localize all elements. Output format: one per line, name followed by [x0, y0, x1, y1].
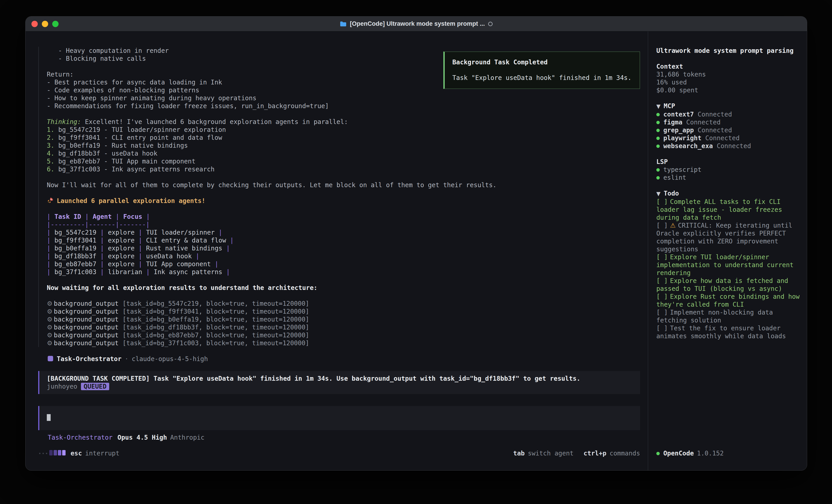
folder-icon: [340, 21, 346, 27]
prompt-input[interactable]: [38, 406, 640, 430]
status-dot-icon: [656, 113, 660, 116]
toast-title: Background Task Completed: [452, 58, 631, 66]
close-window-button[interactable]: [31, 21, 38, 27]
gear-icon: ⚙: [47, 316, 52, 323]
app-version-footer: OpenCode1.0.152: [656, 449, 724, 457]
lsp-item: eslint: [656, 174, 802, 181]
background-task-completed-message: [BACKGROUND TASK COMPLETED] Task "Explor…: [38, 371, 640, 394]
context-used: 16% used: [656, 78, 802, 86]
waiting-heading: Now waiting for all exploration results …: [47, 284, 640, 292]
tool-call-line: ⚙background_output[task_id=bg_df18bb3f, …: [47, 324, 640, 331]
todo-item: [ ]⚠CRITICAL: Keep iterating until Oracl…: [656, 222, 802, 253]
terminal-line: - How to keep spinner animating during h…: [47, 94, 640, 102]
mcp-item: websearch_exaConnected: [656, 142, 802, 150]
status-dot-icon: [656, 121, 660, 124]
esc-key-hint: esc: [71, 449, 82, 457]
gear-icon: ⚙: [47, 324, 52, 331]
agent-list-item: 5.bg_eb87ebb7 - TUI App main component: [47, 158, 640, 165]
mcp-item: figmaConnected: [656, 118, 802, 126]
mcp-item: playwrightConnected: [656, 134, 802, 142]
agent-list-item: 6.bg_37f1c003 - Ink async patterns resea…: [47, 165, 640, 173]
window-title-group: [OpenCode] Ultrawork mode system prompt …: [340, 20, 492, 27]
thinking-text: Excellent! I've launched 6 background ex…: [85, 118, 348, 125]
status-dot-icon: [656, 129, 660, 132]
gear-icon: ⚙: [47, 308, 52, 315]
sidebar: Ultrawork mode system prompt parsing Con…: [648, 31, 807, 470]
tab-key-hint: tabswitch agent: [513, 449, 574, 457]
gear-icon: ⚙: [47, 339, 52, 347]
blank-line: [38, 347, 640, 355]
table-row: |bg_b0effa19|explore|Rust native binding…: [47, 244, 640, 252]
traffic-lights: [31, 17, 58, 31]
status-right: tabswitch agent ctrl+pcommands: [503, 449, 640, 457]
mcp-item: context7Connected: [656, 110, 802, 118]
lsp-section-header[interactable]: LSP: [656, 158, 802, 166]
todo-section-header[interactable]: ▼Todo: [656, 190, 802, 198]
tool-call-line: ⚙background_output[task_id=bg_5547c219, …: [47, 300, 640, 308]
tool-call-line: ⚙background_output[task_id=bg_37f1c003, …: [47, 339, 640, 347]
agent-list-item: 1.bg_5547c219 - TUI loader/spinner explo…: [47, 126, 640, 134]
tool-call-line: ⚙background_output[task_id=bg_eb87ebb7, …: [47, 331, 640, 339]
zoom-window-button[interactable]: [52, 21, 58, 27]
text-cursor-icon: [47, 414, 51, 421]
agent-footer: Task-OrchestratorOpus 4.5 HighAnthropic: [38, 433, 640, 442]
rocket-icon: [47, 197, 54, 206]
todo-item: [ ]Explore Rust core bindings and how th…: [656, 292, 802, 308]
toast-body: Task "Explore useData hook" finished in …: [452, 74, 631, 82]
tool-call-line: ⚙background_output[task_id=bg_b0effa19, …: [47, 315, 640, 324]
table-row: |bg_37f1c003|librarian|Ink async pattern…: [47, 268, 640, 276]
table-row: |bg_5547c219|explore|TUI loader/spinner|: [47, 228, 640, 236]
todo-item: [ ]Explore TUI loader/spinner implementa…: [656, 253, 802, 277]
context-heading: Context: [656, 62, 802, 71]
commands-key-hint: ctrl+pcommands: [583, 449, 640, 457]
blank-line: [47, 276, 640, 284]
status-left: escinterrupt: [39, 449, 120, 457]
mcp-item: grep_appConnected: [656, 126, 802, 134]
lsp-item: typescript: [656, 166, 802, 174]
activity-spinner-icon: [49, 449, 67, 457]
gear-icon: ⚙: [47, 300, 52, 307]
gear-icon: ⚙: [47, 332, 52, 339]
agent-header: Task-Orchestrator·claude-opus-4-5-high: [38, 355, 640, 363]
terminal-line: - Recommendations for fixing loader free…: [47, 102, 640, 110]
desktop-background: [OpenCode] Ultrawork mode system prompt …: [0, 0, 832, 504]
completed-meta: junhoyeoQUEUED: [47, 383, 640, 390]
agent-list-item: 3.bg_b0effa19 - Rust native bindings: [47, 142, 640, 149]
warning-icon: ⚠: [670, 222, 676, 229]
wait-text: Now I'll wait for all of them to complet…: [47, 181, 640, 189]
assistant-message: - Heavy computation in render - Blocking…: [38, 47, 640, 347]
blank-line: [47, 173, 640, 181]
status-dot-icon: [656, 176, 660, 179]
blank-line: [47, 189, 640, 197]
chat-main-panel: - Heavy computation in render - Blocking…: [26, 31, 648, 470]
context-spent: $0.00 spent: [656, 86, 802, 94]
todo-item: [ ]Complete ALL tasks to fix CLI loader …: [656, 198, 802, 222]
todo-item: [ ]Implement non-blocking data fetching …: [656, 308, 802, 324]
chevron-down-icon: ▼: [656, 103, 660, 110]
minimize-window-button[interactable]: [42, 21, 48, 27]
todo-item: [ ]Explore how data is fetched and passe…: [656, 277, 802, 292]
status-dot-icon: [656, 144, 660, 148]
username: junhoyeo: [47, 383, 77, 390]
blank-line: [47, 110, 640, 118]
window-titlebar[interactable]: [OpenCode] Ultrawork mode system prompt …: [26, 17, 807, 31]
agent-square-icon: [48, 356, 53, 361]
agent-list-item: 2.bg_f9ff3041 - CLI entry point and data…: [47, 134, 640, 142]
spinner-dot-icon: [43, 453, 44, 454]
thinking-line: Thinking:Excellent! I've launched 6 back…: [47, 118, 640, 126]
session-title: Ultrawork mode system prompt parsing: [656, 47, 802, 55]
mcp-section-header[interactable]: ▼MCP: [656, 102, 802, 110]
tool-call-line: ⚙background_output[task_id=bg_f9ff3041, …: [47, 308, 640, 315]
queued-badge: QUEUED: [81, 383, 109, 390]
launch-banner: Launched 6 parallel exploration agents!: [47, 197, 640, 205]
terminal-window: [OpenCode] Ultrawork mode system prompt …: [25, 16, 807, 471]
table-header-row: |Task ID|Agent|Focus|: [47, 213, 640, 221]
status-ring-icon: [488, 22, 493, 26]
context-tokens: 31,686 tokens: [656, 71, 802, 78]
table-row: |bg_f9ff3041|explore|CLI entry & data fl…: [47, 236, 640, 244]
spinner-dot-icon: [46, 453, 47, 454]
launch-banner-text: Launched 6 parallel exploration agents!: [57, 197, 205, 204]
status-bar: escinterrupt tabswitch agent ctrl+pcomma…: [39, 449, 640, 457]
agent-list-item: 4.bg_df18bb3f - useData hook: [47, 149, 640, 158]
spinner-dot-icon: [39, 453, 41, 454]
